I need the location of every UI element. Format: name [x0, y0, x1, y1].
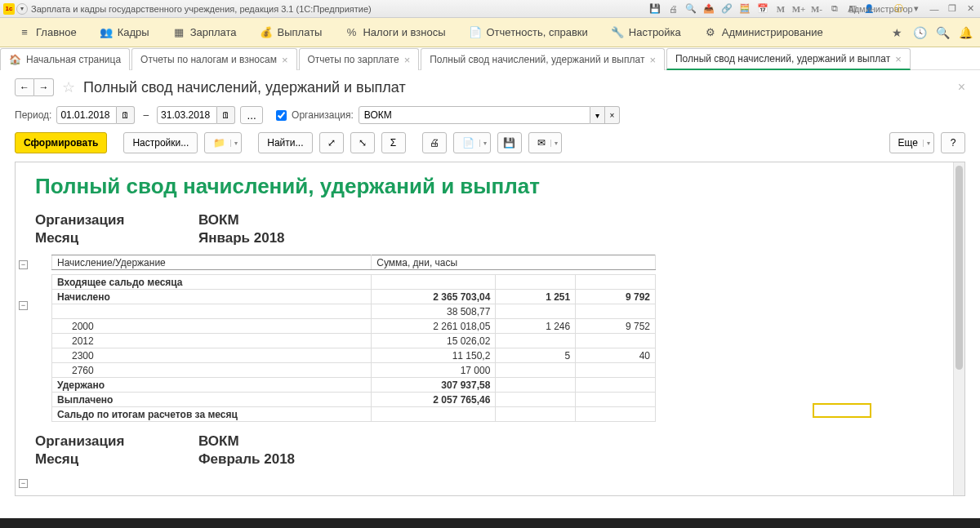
star-icon[interactable]: ★	[889, 24, 905, 41]
help-button[interactable]: ?	[941, 132, 965, 153]
scrollbar-thumb[interactable]	[956, 166, 963, 370]
table-cell: 38 508,77	[372, 304, 496, 319]
minimize-icon[interactable]: —	[928, 2, 941, 16]
user-icon[interactable]: 👤 Администратор	[864, 2, 887, 16]
history-icon[interactable]: 🕓	[911, 24, 928, 41]
sum-button[interactable]: Σ	[381, 132, 406, 153]
date-to-input[interactable]	[157, 106, 217, 124]
gear-icon: ⚙	[704, 26, 717, 39]
money-icon: 💰	[260, 26, 273, 39]
date-from-picker-button[interactable]: 🗓	[117, 106, 135, 124]
toolbar: Сформировать Настройки... 📁▾ Найти... ⤢ …	[0, 129, 980, 162]
wrench-icon: 🔧	[611, 26, 624, 39]
menu-payments[interactable]: 💰Выплаты	[248, 21, 334, 44]
search-icon[interactable]: 🔍	[934, 24, 951, 41]
month-meta-value: Февраль 2018	[198, 451, 295, 467]
expand-button[interactable]: ⤢	[319, 132, 344, 153]
percent-icon: %	[345, 26, 358, 39]
date-to-picker-button[interactable]: 🗓	[217, 106, 235, 124]
menu-settings[interactable]: 🔧Настройка	[599, 21, 693, 44]
apps-grid-icon[interactable]	[866, 24, 882, 41]
compare-icon[interactable]: 📤	[702, 2, 715, 16]
close-icon[interactable]: ✕	[964, 2, 977, 16]
tab-close-icon[interactable]: ×	[649, 54, 656, 66]
table-cell: 2 057 765,46	[372, 393, 496, 407]
table-cell: 2760	[52, 363, 372, 378]
bell-icon[interactable]: 🔔	[957, 24, 973, 41]
menu-reports[interactable]: 📄Отчетность, справки	[457, 21, 599, 44]
more-button[interactable]: Еще▾	[889, 132, 934, 153]
table-cell: 9 792	[576, 290, 656, 304]
org-input[interactable]	[359, 106, 590, 124]
period-label: Период:	[15, 109, 51, 121]
tab-tax-reports[interactable]: Отчеты по налогам и взносам×	[131, 48, 296, 70]
tab-full-summary-1[interactable]: Полный свод начислений, удержаний и выпл…	[421, 48, 665, 70]
app-menu-dropdown[interactable]: ▾	[16, 3, 28, 15]
date-from-field: 🗓	[56, 106, 135, 124]
calc-icon[interactable]: 🧮	[738, 2, 751, 16]
window-icon[interactable]: ⧉	[828, 2, 841, 16]
calendar-icon[interactable]: 📅	[756, 2, 769, 16]
menu-label: Кадры	[118, 26, 149, 38]
selected-cell[interactable]	[813, 403, 871, 418]
collapse-button[interactable]: ⤡	[350, 132, 375, 153]
menu-main[interactable]: ≡Главное	[7, 21, 88, 44]
favorite-star-icon[interactable]: ☆	[62, 78, 75, 96]
main-menu: ≡Главное 👥Кадры ▦Зарплата 💰Выплаты %Нало…	[0, 18, 980, 47]
info-icon[interactable]: ⓘ	[892, 2, 905, 16]
tree-collapse-icon[interactable]: −	[19, 260, 28, 269]
m-minus-button[interactable]: M-	[810, 2, 823, 16]
tab-close-icon[interactable]: ×	[895, 53, 902, 65]
save-button[interactable]: 💾	[497, 132, 522, 153]
nav-arrows: ← →	[15, 78, 54, 96]
tab-full-summary-2[interactable]: Полный свод начислений, удержаний и выпл…	[666, 48, 911, 70]
month-meta-label: Месяц	[35, 230, 198, 246]
date-dash: –	[140, 109, 152, 121]
save-icon[interactable]: 💾	[648, 2, 662, 16]
menu-staff[interactable]: 👥Кадры	[88, 21, 161, 44]
tab-close-icon[interactable]: ×	[404, 54, 411, 66]
maximize-icon[interactable]: ❐	[946, 2, 959, 16]
report-area: Полный свод начислений, удержаний и выпл…	[15, 162, 965, 496]
vertical-scrollbar[interactable]	[953, 162, 964, 495]
org-meta-label: Организация	[35, 433, 198, 450]
settings-button[interactable]: Настройки...	[123, 132, 198, 153]
people-icon: 👥	[100, 26, 113, 39]
variants-button[interactable]: 📁▾	[204, 132, 242, 153]
tab-salary-reports[interactable]: Отчеты по зарплате×	[299, 48, 420, 70]
org-clear-button[interactable]: ×	[605, 106, 620, 124]
form-button[interactable]: Сформировать	[15, 132, 107, 153]
print-icon[interactable]: 🖨	[666, 2, 679, 16]
print-button[interactable]: 🖨	[422, 132, 447, 153]
nav-forward-button[interactable]: →	[34, 78, 54, 96]
email-button[interactable]: ✉▾	[528, 132, 562, 153]
menu-salary[interactable]: ▦Зарплата	[161, 21, 248, 44]
menu-admin[interactable]: ⚙Администрирование	[693, 21, 835, 44]
menu-taxes[interactable]: %Налоги и взносы	[333, 21, 457, 44]
period-dots-button[interactable]: ...	[240, 106, 263, 124]
tab-close-icon[interactable]: ×	[282, 54, 288, 66]
tree-collapse-icon[interactable]: −	[19, 301, 28, 310]
export-button[interactable]: 📄▾	[453, 132, 491, 153]
table-cell: 17 000	[372, 363, 496, 378]
tab-label: Полный свод начислений, удержаний и выпл…	[675, 53, 890, 64]
m-button[interactable]: M	[774, 2, 787, 16]
tab-label: Начальная страница	[26, 54, 121, 65]
org-checkbox[interactable]	[276, 110, 287, 121]
date-from-input[interactable]	[56, 106, 117, 124]
tab-home[interactable]: 🏠Начальная страница	[0, 48, 130, 70]
dd-icon[interactable]: ▾	[910, 2, 923, 16]
find-button[interactable]: Найти...	[258, 132, 312, 153]
menu-label: Налоги и взносы	[363, 26, 445, 38]
org-dropdown-button[interactable]: ▾	[590, 106, 605, 124]
org-meta-label: Организация	[35, 212, 198, 229]
preview-icon[interactable]: 🔍	[684, 2, 697, 16]
table-cell: Сальдо по итогам расчетов за месяц	[52, 407, 372, 422]
table-cell: 2 261 018,05	[372, 319, 496, 334]
tree-collapse-icon[interactable]: −	[19, 479, 28, 488]
m-plus-button[interactable]: M+	[792, 2, 805, 16]
page-close-icon[interactable]: ×	[958, 80, 965, 95]
nav-back-button[interactable]: ←	[15, 78, 34, 96]
menu-label: Отчетность, справки	[487, 26, 588, 38]
link-icon[interactable]: 🔗	[720, 2, 733, 16]
